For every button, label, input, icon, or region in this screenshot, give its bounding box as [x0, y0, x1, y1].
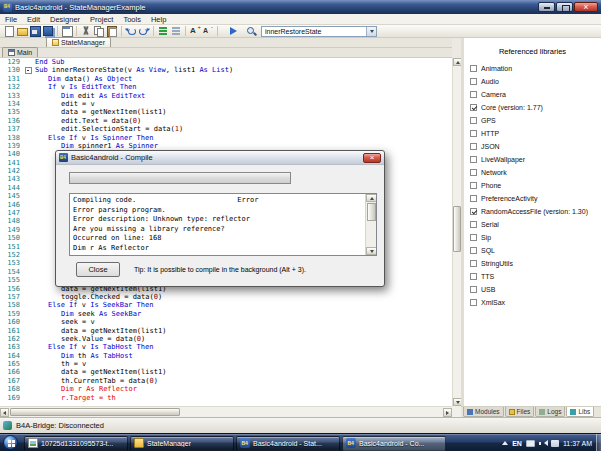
start-button[interactable]	[3, 435, 18, 450]
library-checkbox[interactable]	[470, 273, 477, 280]
line-number: 167	[0, 377, 24, 385]
menu-tools[interactable]: Tools	[118, 14, 146, 24]
hidden-icons-chevron-icon[interactable]	[502, 441, 508, 445]
sub-search-combobox[interactable]: innerRestoreState	[261, 26, 377, 37]
taskbar-button[interactable]: Basic4android - Stat...	[236, 436, 340, 451]
comment-icon[interactable]	[157, 25, 169, 37]
library-checkbox[interactable]	[470, 169, 477, 176]
tab-statemanager[interactable]: StateManager	[46, 37, 111, 47]
line-number: 136	[0, 117, 24, 125]
editor-horizontal-scrollbar[interactable]	[0, 406, 452, 417]
menu-designer[interactable]: Designer	[45, 14, 85, 24]
chevron-down-icon[interactable]	[366, 27, 376, 36]
copy-icon[interactable]	[93, 25, 105, 37]
network-icon[interactable]	[551, 440, 559, 447]
code-text: data = getNextItem(list1)	[33, 108, 166, 116]
log-scrollbar[interactable]	[365, 194, 376, 255]
library-item: RandomAccessFile (version: 1.30)	[464, 205, 601, 218]
minimize-button[interactable]	[538, 2, 555, 12]
code-text: End Sub	[33, 58, 65, 66]
paste-icon[interactable]	[106, 25, 118, 37]
library-checkbox[interactable]	[470, 286, 477, 293]
show-desktop-button[interactable]	[596, 434, 601, 451]
statemanager-module-icon	[52, 39, 59, 46]
taskbar-button-label: Basic4android - Co...	[359, 440, 424, 447]
log-scroll-thumb[interactable]	[367, 203, 376, 221]
undo-icon[interactable]	[125, 25, 137, 37]
code-text	[33, 167, 35, 175]
open-file-icon[interactable]	[16, 25, 28, 37]
library-checkbox[interactable]	[470, 299, 477, 306]
library-item: Camera	[464, 88, 601, 101]
volume-icon[interactable]	[539, 439, 547, 447]
language-indicator[interactable]: EN	[512, 440, 522, 447]
library-checkbox[interactable]	[470, 143, 477, 150]
dialog-close-button[interactable]: Close	[76, 262, 120, 277]
library-checkbox[interactable]	[470, 117, 477, 124]
save-all-icon[interactable]	[42, 25, 54, 37]
line-number: 166	[0, 368, 24, 376]
vertical-scroll-thumb[interactable]	[453, 206, 461, 252]
run-icon[interactable]	[230, 27, 237, 35]
library-checkbox[interactable]	[470, 195, 477, 202]
save-icon[interactable]	[29, 25, 41, 37]
logs-icon	[539, 409, 545, 415]
keyboard-layout-icon[interactable]	[526, 440, 535, 447]
designer-icon[interactable]	[61, 25, 73, 37]
uncomment-icon[interactable]	[170, 25, 182, 37]
panel-tab-files[interactable]: Files	[505, 407, 535, 417]
line-number: 156	[0, 285, 24, 293]
new-file-icon[interactable]	[3, 25, 15, 37]
fold-gutter	[24, 259, 33, 267]
font-decrease-icon[interactable]	[202, 25, 214, 37]
redo-icon[interactable]	[138, 25, 150, 37]
tab-main[interactable]: Main	[2, 47, 38, 57]
library-checkbox[interactable]	[470, 91, 477, 98]
fold-gutter	[24, 335, 33, 343]
library-checkbox[interactable]	[470, 104, 477, 111]
cut-icon[interactable]	[80, 25, 92, 37]
code-line: 136edit.Text = data(0)	[0, 117, 452, 125]
taskbar-buttons: 10725d1331095573-t...StateManagerBasic4a…	[24, 435, 446, 451]
panel-tab-libs[interactable]: Libs	[566, 407, 594, 417]
horizontal-scroll-thumb[interactable]	[10, 408, 180, 416]
editor-vertical-scrollbar[interactable]	[452, 58, 461, 406]
panel-tab-logs[interactable]: Logs	[535, 407, 565, 417]
panel-tab-modules[interactable]: Modules	[463, 407, 504, 417]
b4a-dialog-icon	[59, 153, 68, 162]
compile-log[interactable]: Compiling code. ErrorError parsing progr…	[69, 193, 377, 256]
menu-file[interactable]: File	[0, 14, 22, 24]
taskbar-button[interactable]: StateManager	[130, 436, 234, 451]
library-checkbox[interactable]	[470, 182, 477, 189]
scroll-left-arrow-icon[interactable]	[0, 408, 9, 417]
font-increase-icon[interactable]	[189, 25, 201, 37]
library-checkbox[interactable]	[470, 130, 477, 137]
library-checkbox[interactable]	[470, 247, 477, 254]
find-icon[interactable]	[245, 25, 257, 37]
dialog-close-icon[interactable]	[363, 153, 381, 163]
code-text: seek = v	[33, 318, 95, 326]
library-checkbox[interactable]	[470, 260, 477, 267]
scrollbar-corner	[452, 406, 461, 417]
library-checkbox[interactable]	[470, 156, 477, 163]
log-scroll-down-icon[interactable]	[366, 247, 377, 255]
library-checkbox[interactable]	[470, 208, 477, 215]
menu-project[interactable]: Project	[85, 14, 118, 24]
scroll-right-arrow-icon[interactable]	[443, 408, 452, 417]
menu-help[interactable]: Help	[146, 14, 171, 24]
clock[interactable]: 11:37 AM	[563, 440, 592, 447]
code-line: 129End Sub	[0, 58, 452, 66]
fold-gutter	[24, 385, 33, 393]
close-button[interactable]	[574, 2, 598, 12]
taskbar-button[interactable]: 10725d1331095573-t...	[24, 436, 128, 451]
library-checkbox[interactable]	[470, 221, 477, 228]
taskbar-button-label: StateManager	[147, 440, 191, 447]
taskbar-button[interactable]: Basic4android - Co...	[342, 436, 446, 451]
library-checkbox[interactable]	[470, 65, 477, 72]
menu-edit[interactable]: Edit	[22, 14, 45, 24]
maximize-button[interactable]	[556, 2, 573, 12]
log-scroll-up-icon[interactable]	[366, 194, 377, 202]
library-checkbox[interactable]	[470, 234, 477, 241]
library-checkbox[interactable]	[470, 78, 477, 85]
library-item: Sip	[464, 231, 601, 244]
